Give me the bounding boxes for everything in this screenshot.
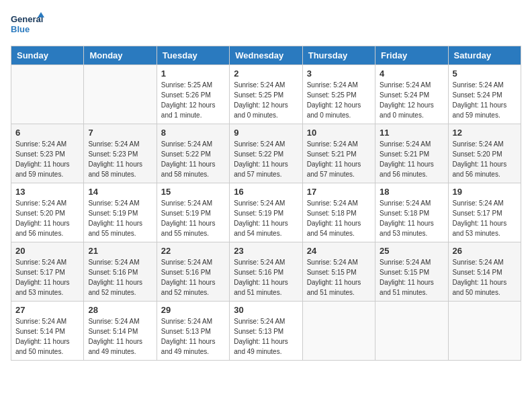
day-number: 9 [234,128,298,138]
calendar-day-cell: 28Sunrise: 5:24 AM Sunset: 5:14 PM Dayli… [84,302,157,361]
day-number: 21 [88,246,152,256]
day-number: 29 [161,305,225,315]
calendar-day-cell: 14Sunrise: 5:24 AM Sunset: 5:19 PM Dayli… [84,183,157,242]
day-number: 6 [15,128,79,138]
calendar-day-cell: 8Sunrise: 5:24 AM Sunset: 5:22 PM Daylig… [157,124,229,183]
svg-text:General: General [11,14,43,24]
day-info: Sunrise: 5:24 AM Sunset: 5:17 PM Dayligh… [15,257,79,298]
day-info: Sunrise: 5:24 AM Sunset: 5:16 PM Dayligh… [88,257,152,298]
day-info: Sunrise: 5:24 AM Sunset: 5:19 PM Dayligh… [88,198,152,238]
day-number: 13 [15,187,79,197]
calendar-day-cell [448,302,521,361]
calendar-day-cell: 24Sunrise: 5:24 AM Sunset: 5:15 PM Dayli… [302,242,375,302]
day-number: 7 [88,128,152,138]
calendar-day-cell: 22Sunrise: 5:24 AM Sunset: 5:16 PM Dayli… [157,242,229,302]
day-number: 16 [234,187,298,197]
calendar-day-cell: 15Sunrise: 5:24 AM Sunset: 5:19 PM Dayli… [157,183,229,242]
day-number: 26 [453,246,517,256]
calendar-week-row: 1Sunrise: 5:25 AM Sunset: 5:26 PM Daylig… [11,65,521,124]
calendar-week-row: 20Sunrise: 5:24 AM Sunset: 5:17 PM Dayli… [11,242,521,302]
weekday-header-cell: Friday [375,46,448,65]
day-info: Sunrise: 5:24 AM Sunset: 5:20 PM Dayligh… [453,139,517,179]
day-number: 19 [453,187,517,197]
day-info: Sunrise: 5:24 AM Sunset: 5:14 PM Dayligh… [15,316,79,357]
day-number: 3 [307,68,371,79]
day-number: 20 [15,246,79,256]
calendar-day-cell: 5Sunrise: 5:24 AM Sunset: 5:24 PM Daylig… [448,65,521,124]
weekday-header-cell: Tuesday [157,46,229,65]
day-info: Sunrise: 5:24 AM Sunset: 5:13 PM Dayligh… [161,316,225,357]
weekday-header-cell: Sunday [11,46,84,65]
day-number: 25 [380,246,443,256]
day-number: 28 [88,305,152,315]
day-number: 27 [15,305,79,315]
day-number: 10 [307,128,371,138]
day-info: Sunrise: 5:25 AM Sunset: 5:26 PM Dayligh… [161,80,225,120]
day-number: 2 [234,68,298,79]
day-info: Sunrise: 5:24 AM Sunset: 5:22 PM Dayligh… [234,139,298,179]
day-info: Sunrise: 5:24 AM Sunset: 5:15 PM Dayligh… [307,257,371,298]
calendar-day-cell: 10Sunrise: 5:24 AM Sunset: 5:21 PM Dayli… [302,124,375,183]
calendar-day-cell [375,302,448,361]
day-number: 22 [161,246,225,256]
day-info: Sunrise: 5:24 AM Sunset: 5:21 PM Dayligh… [380,139,443,179]
day-number: 12 [453,128,517,138]
day-number: 14 [88,187,152,197]
calendar-day-cell: 9Sunrise: 5:24 AM Sunset: 5:22 PM Daylig… [230,124,302,183]
weekday-header-cell: Monday [84,46,157,65]
page-header: General Blue [11,11,521,38]
day-number: 8 [161,128,225,138]
day-number: 5 [453,68,517,79]
day-info: Sunrise: 5:24 AM Sunset: 5:17 PM Dayligh… [453,198,517,238]
day-info: Sunrise: 5:24 AM Sunset: 5:21 PM Dayligh… [307,139,371,179]
day-info: Sunrise: 5:24 AM Sunset: 5:16 PM Dayligh… [234,257,298,298]
day-info: Sunrise: 5:24 AM Sunset: 5:23 PM Dayligh… [88,139,152,179]
day-number: 24 [307,246,371,256]
day-info: Sunrise: 5:24 AM Sunset: 5:25 PM Dayligh… [307,80,371,120]
calendar-day-cell: 19Sunrise: 5:24 AM Sunset: 5:17 PM Dayli… [448,183,521,242]
day-info: Sunrise: 5:24 AM Sunset: 5:19 PM Dayligh… [234,198,298,238]
calendar-day-cell: 13Sunrise: 5:24 AM Sunset: 5:20 PM Dayli… [11,183,84,242]
day-info: Sunrise: 5:24 AM Sunset: 5:22 PM Dayligh… [161,139,225,179]
day-number: 11 [380,128,443,138]
calendar-day-cell: 23Sunrise: 5:24 AM Sunset: 5:16 PM Dayli… [230,242,302,302]
day-info: Sunrise: 5:24 AM Sunset: 5:18 PM Dayligh… [380,198,443,238]
day-info: Sunrise: 5:24 AM Sunset: 5:14 PM Dayligh… [88,316,152,357]
day-info: Sunrise: 5:24 AM Sunset: 5:15 PM Dayligh… [380,257,443,298]
calendar-day-cell: 2Sunrise: 5:24 AM Sunset: 5:25 PM Daylig… [230,65,302,124]
calendar-day-cell: 6Sunrise: 5:24 AM Sunset: 5:23 PM Daylig… [11,124,84,183]
day-number: 23 [234,246,298,256]
day-info: Sunrise: 5:24 AM Sunset: 5:20 PM Dayligh… [15,198,79,238]
weekday-header-row: SundayMondayTuesdayWednesdayThursdayFrid… [11,46,521,65]
day-info: Sunrise: 5:24 AM Sunset: 5:24 PM Dayligh… [453,80,517,120]
calendar-day-cell: 29Sunrise: 5:24 AM Sunset: 5:13 PM Dayli… [157,302,229,361]
calendar-day-cell: 26Sunrise: 5:24 AM Sunset: 5:14 PM Dayli… [448,242,521,302]
calendar-day-cell: 12Sunrise: 5:24 AM Sunset: 5:20 PM Dayli… [448,124,521,183]
calendar-table: SundayMondayTuesdayWednesdayThursdayFrid… [11,46,521,361]
day-number: 18 [380,187,443,197]
calendar-day-cell: 16Sunrise: 5:24 AM Sunset: 5:19 PM Dayli… [230,183,302,242]
day-info: Sunrise: 5:24 AM Sunset: 5:25 PM Dayligh… [234,80,298,120]
calendar-day-cell: 11Sunrise: 5:24 AM Sunset: 5:21 PM Dayli… [375,124,448,183]
calendar-day-cell: 3Sunrise: 5:24 AM Sunset: 5:25 PM Daylig… [302,65,375,124]
day-info: Sunrise: 5:24 AM Sunset: 5:19 PM Dayligh… [161,198,225,238]
logo: General Blue [11,11,44,38]
day-number: 4 [380,68,443,79]
day-number: 30 [234,305,298,315]
calendar-day-cell: 1Sunrise: 5:25 AM Sunset: 5:26 PM Daylig… [157,65,229,124]
calendar-day-cell: 7Sunrise: 5:24 AM Sunset: 5:23 PM Daylig… [84,124,157,183]
calendar-day-cell: 30Sunrise: 5:24 AM Sunset: 5:13 PM Dayli… [230,302,302,361]
calendar-day-cell: 25Sunrise: 5:24 AM Sunset: 5:15 PM Dayli… [375,242,448,302]
day-info: Sunrise: 5:24 AM Sunset: 5:24 PM Dayligh… [380,80,443,120]
day-info: Sunrise: 5:24 AM Sunset: 5:18 PM Dayligh… [307,198,371,238]
weekday-header-cell: Thursday [302,46,375,65]
day-number: 1 [161,68,225,79]
calendar-day-cell: 27Sunrise: 5:24 AM Sunset: 5:14 PM Dayli… [11,302,84,361]
weekday-header-cell: Saturday [448,46,521,65]
day-info: Sunrise: 5:24 AM Sunset: 5:14 PM Dayligh… [453,257,517,298]
calendar-day-cell: 18Sunrise: 5:24 AM Sunset: 5:18 PM Dayli… [375,183,448,242]
calendar-day-cell: 21Sunrise: 5:24 AM Sunset: 5:16 PM Dayli… [84,242,157,302]
calendar-day-cell [11,65,84,124]
calendar-day-cell [84,65,157,124]
calendar-day-cell: 4Sunrise: 5:24 AM Sunset: 5:24 PM Daylig… [375,65,448,124]
